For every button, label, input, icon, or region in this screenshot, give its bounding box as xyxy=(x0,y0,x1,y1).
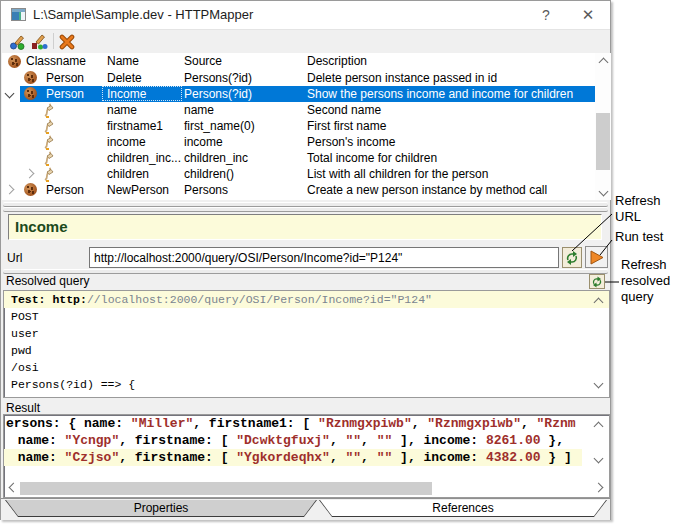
play-icon xyxy=(589,250,605,265)
cell-name: children_inc... xyxy=(107,150,181,166)
cell-source: Persons(?id) xyxy=(184,86,252,102)
tab-label: Properties xyxy=(6,500,316,516)
cell-description: First first name xyxy=(307,118,386,134)
table-row[interactable]: firstname1 first_name(0) First first nam… xyxy=(2,118,595,134)
scroll-up-arrow-icon[interactable] xyxy=(599,58,609,68)
cell-source: first_name(0) xyxy=(184,118,255,134)
close-button[interactable]: ✕ xyxy=(573,5,603,25)
table-row[interactable]: Person NewPerson Persons Create a new pe… xyxy=(2,182,595,198)
run-test-button[interactable] xyxy=(585,246,608,268)
cell-description: Person's income xyxy=(307,134,395,150)
table-row[interactable]: income income Person's income xyxy=(2,134,595,150)
column-header-description[interactable]: Description xyxy=(307,53,367,70)
cell-description: Create a new person instance by method c… xyxy=(307,182,547,198)
expand-chevron-icon[interactable] xyxy=(5,185,15,195)
refresh-icon xyxy=(591,276,603,288)
annotation-refresh-url: Refresh URL xyxy=(615,193,661,225)
resolved-query-line: /osi xyxy=(4,359,609,376)
cell-classname: Person xyxy=(46,86,84,102)
mapping-title: Income xyxy=(15,218,68,235)
table-row[interactable]: children_inc... children_inc Total incom… xyxy=(2,150,595,166)
result-line: name: "Czjso", firstname: [ "Ygkordeqhx"… xyxy=(4,449,582,466)
table-row[interactable]: children children() List with all childr… xyxy=(2,166,595,182)
cell-description: Show the persons income and income for c… xyxy=(307,86,573,102)
resolved-query-line: pwd xyxy=(4,342,609,359)
cell-classname: Person xyxy=(46,70,84,86)
hscrollbar-thumb[interactable] xyxy=(20,482,432,495)
result-line: name: "Ycngp", firstname: [ "Dcwktgfuxj"… xyxy=(4,432,609,449)
attribute-icon xyxy=(42,167,54,182)
cell-description: Second name xyxy=(307,102,381,118)
scroll-right-arrow-icon[interactable] xyxy=(594,483,604,493)
cell-source: children() xyxy=(184,166,234,182)
cell-name: name xyxy=(107,102,137,118)
table-row[interactable]: Person Delete Persons(?id) Delete person… xyxy=(2,70,595,86)
new-mapping-button[interactable] xyxy=(7,32,27,51)
scrollbar-thumb[interactable] xyxy=(596,113,610,170)
cell-name: Income xyxy=(107,86,146,102)
cell-name: firstname1 xyxy=(107,118,163,134)
window-title: L:\Sample\Sample.dev - HTTPMapper xyxy=(33,7,253,22)
cell-description: Total income for children xyxy=(307,150,437,166)
tab-references[interactable]: References xyxy=(319,500,607,517)
cell-source: Persons(?id) xyxy=(184,70,252,86)
app-icon xyxy=(11,8,26,21)
delete-x-icon xyxy=(59,34,75,50)
scroll-down-arrow-icon[interactable] xyxy=(599,187,609,197)
cell-name: Delete xyxy=(107,70,142,86)
splitter-ridge[interactable] xyxy=(3,207,608,212)
class-icon xyxy=(24,71,37,84)
cell-description: List with all children for the person xyxy=(307,166,488,182)
scroll-left-arrow-icon[interactable] xyxy=(9,483,19,493)
cell-source: name xyxy=(184,102,214,118)
resolved-query-line: POST xyxy=(4,308,609,325)
column-header-source[interactable]: Source xyxy=(184,53,222,70)
url-label: Url xyxy=(7,251,22,265)
class-icon xyxy=(24,87,37,100)
url-input[interactable] xyxy=(89,247,559,268)
scroll-down-arrow-icon[interactable] xyxy=(594,454,604,464)
classname-header-icon xyxy=(8,55,21,68)
resolved-query-label: Resolved query xyxy=(6,274,89,288)
toolbar-separator xyxy=(53,33,54,49)
title-bar: L:\Sample\Sample.dev - HTTPMapper ? ✕ xyxy=(1,1,610,30)
result-box: ersons: { name: "Miller", firstname1: [ … xyxy=(3,414,610,498)
refresh-resolved-query-button[interactable] xyxy=(589,274,605,289)
table-scrollbar[interactable] xyxy=(595,53,611,200)
app-window: L:\Sample\Sample.dev - HTTPMapper ? ✕ xyxy=(0,0,611,520)
resolved-query-line: Persons(?id) ==> { xyxy=(4,376,609,393)
attribute-icon xyxy=(42,151,54,166)
tab-label: References xyxy=(320,500,606,516)
toolbar xyxy=(1,30,610,53)
table-row-selected[interactable]: Person Income Persons(?id) Show the pers… xyxy=(2,86,595,102)
column-header-name[interactable]: Name xyxy=(107,53,139,70)
tab-strip: Properties References xyxy=(1,498,610,520)
annotation-refresh-resolved-query: Refresh resolved query xyxy=(621,257,670,305)
cell-source: children_inc xyxy=(184,150,248,166)
mapping-tree-button[interactable] xyxy=(29,32,49,51)
cell-name: income xyxy=(107,134,146,150)
mapping-tree-icon xyxy=(31,34,48,50)
delete-mapping-button[interactable] xyxy=(57,32,77,51)
refresh-icon xyxy=(564,250,580,266)
class-icon xyxy=(24,183,37,196)
cell-classname: Person xyxy=(46,182,84,198)
cell-name: NewPerson xyxy=(107,182,169,198)
splitter-ridge[interactable] xyxy=(3,269,608,274)
resolved-query-line: Test: http://localhost:2000/query/OSI/Pe… xyxy=(4,291,609,308)
result-label: Result xyxy=(6,401,40,415)
collapse-chevron-icon[interactable] xyxy=(5,89,15,99)
help-button[interactable]: ? xyxy=(531,5,561,25)
cell-source: income xyxy=(184,134,223,150)
refresh-url-button[interactable] xyxy=(562,247,582,268)
expand-chevron-icon[interactable] xyxy=(25,169,35,179)
tab-properties[interactable]: Properties xyxy=(5,500,317,517)
cell-description: Delete person instance passed in id xyxy=(307,70,497,86)
column-header-classname[interactable]: Classname xyxy=(26,53,86,70)
resolved-query-line: user xyxy=(4,325,609,342)
resolved-query-box: Test: http://localhost:2000/query/OSI/Pe… xyxy=(3,290,610,398)
table-row[interactable]: name name Second name xyxy=(2,102,595,118)
table-header: Classname Name Source Description xyxy=(2,53,595,70)
attribute-icon xyxy=(42,119,54,134)
attribute-icon xyxy=(42,135,54,150)
